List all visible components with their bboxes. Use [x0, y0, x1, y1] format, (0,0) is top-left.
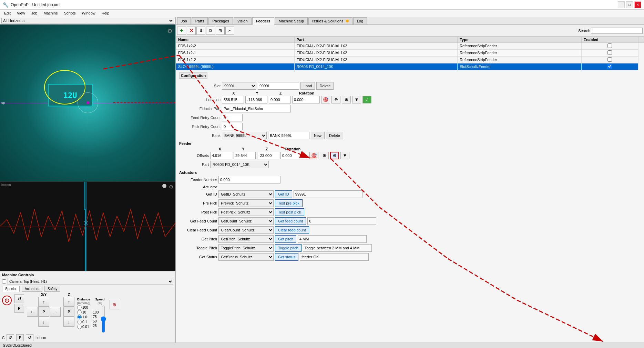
menu-window[interactable]: Window — [79, 10, 98, 16]
camera-top-gear[interactable]: ⚙ — [167, 27, 173, 35]
cell-enabled[interactable] — [581, 42, 638, 49]
feeder-slot-select[interactable]: 9999L — [222, 82, 256, 90]
refresh-button[interactable]: ↺ — [14, 294, 24, 303]
menu-machine[interactable]: Machine — [41, 10, 61, 16]
get-feed-count-select[interactable]: GetCount_Schultz — [218, 217, 274, 225]
location-z[interactable] — [269, 96, 291, 103]
feed-retry-input[interactable] — [222, 114, 243, 121]
location-y[interactable] — [245, 96, 267, 103]
ctrl-refresh-btn[interactable]: ↺ — [7, 334, 14, 341]
pick-retry-input[interactable] — [222, 123, 243, 130]
remove-feeder-button[interactable]: ✕ — [187, 27, 196, 35]
pre-pick-select[interactable]: PrePick_Schultz — [218, 199, 274, 207]
view-dropdown[interactable]: All Horizontal — [1, 18, 174, 23]
toggle-pitch-select[interactable]: TogglePitch_Schultz — [218, 244, 274, 252]
feeder-slot-input[interactable] — [258, 82, 299, 90]
table-row-selected[interactable]: SLOT-9999L (9999L) R0603-FD_0014_10K Slo… — [176, 63, 644, 70]
get-status-button[interactable]: Get status — [275, 253, 298, 261]
tab-actuators[interactable]: Actuators — [22, 286, 42, 292]
get-pitch-button[interactable]: Get pitch — [275, 235, 296, 243]
power-button[interactable]: ⏻ — [2, 296, 12, 305]
z-up-button[interactable]: ↑ — [63, 297, 74, 307]
toggle-pitch-button[interactable]: Toggle pitch — [275, 244, 301, 252]
bank-delete-button[interactable]: Delete — [326, 132, 343, 139]
location-crosshair-btn[interactable]: ⊕ — [342, 96, 351, 103]
cell-enabled[interactable] — [581, 56, 638, 63]
tab-issues[interactable]: Issues & Solutions — [308, 17, 352, 24]
bank-select[interactable]: BANK-9999L — [222, 132, 267, 139]
maximize-button[interactable]: □ — [626, 1, 633, 8]
tab-special[interactable]: Special — [2, 286, 20, 292]
tab-parts[interactable]: Parts — [192, 17, 208, 24]
enabled-checkbox[interactable] — [607, 50, 612, 55]
menu-view[interactable]: View — [14, 10, 28, 16]
target-button[interactable]: ⊕ — [110, 300, 119, 309]
location-target-btn[interactable]: ⊕ — [331, 96, 340, 103]
get-id-button[interactable]: Get ID — [275, 190, 292, 198]
tab-safety[interactable]: Safety — [44, 286, 60, 292]
dist-100[interactable] — [77, 305, 82, 310]
clear-feed-count-select[interactable]: ClearCount_Schultz — [218, 226, 274, 234]
bank-new-button[interactable]: New — [311, 132, 325, 139]
cell-enabled[interactable] — [581, 49, 638, 56]
tab-job[interactable]: Job — [177, 17, 191, 24]
location-ok-btn[interactable]: ✓ — [362, 96, 371, 103]
menu-help[interactable]: Help — [99, 10, 112, 16]
tab-log[interactable]: Log — [353, 17, 367, 24]
camera-bottom-gear[interactable]: ⚙ — [169, 184, 173, 190]
location-rotation[interactable] — [292, 96, 320, 103]
import-button[interactable]: ⬇ — [196, 27, 205, 35]
menu-job[interactable]: Job — [29, 10, 40, 16]
ctrl-refresh2-btn[interactable]: ↺ — [26, 334, 33, 341]
dist-01[interactable] — [77, 320, 82, 324]
delete-button[interactable]: Delete — [316, 82, 334, 90]
down-button[interactable]: ↓ — [38, 317, 49, 327]
ctrl-p-bottom[interactable]: P — [16, 334, 24, 341]
xy-p-button[interactable]: P — [38, 307, 49, 317]
location-filter-btn[interactable]: ▼ — [352, 96, 361, 103]
offset-rotation[interactable] — [280, 152, 308, 159]
bank-input[interactable] — [268, 132, 309, 139]
tab-feeders[interactable]: Feeders — [252, 17, 274, 25]
post-pick-select[interactable]: PostPick_Schultz — [218, 208, 274, 216]
dist-10[interactable] — [77, 310, 82, 315]
speed-slider[interactable] — [100, 305, 107, 333]
feeder-number-input[interactable] — [218, 176, 280, 183]
search-input[interactable] — [591, 28, 643, 34]
right-button[interactable]: → — [50, 307, 61, 317]
offset-filter-btn[interactable]: ▼ — [340, 152, 349, 159]
get-status-select[interactable]: GetStatus_Schultz — [218, 253, 274, 261]
tab-vision[interactable]: Vision — [234, 17, 252, 24]
location-x[interactable] — [222, 96, 244, 103]
dist-001[interactable] — [77, 325, 82, 329]
table-row[interactable]: FD6-1x2-2 FIDUCIAL-1X2-FIDUCIAL1X2 Refer… — [176, 56, 644, 63]
cell-enabled[interactable] — [581, 63, 638, 70]
p-button-left[interactable]: P — [14, 304, 24, 313]
location-camera-btn[interactable]: 🎯 — [321, 96, 330, 103]
z-p-button[interactable]: P — [63, 307, 74, 317]
camera-checkbox[interactable] — [2, 279, 6, 284]
get-pitch-select[interactable]: GetPitch_Schultz — [218, 235, 274, 243]
get-id-select[interactable]: GetID_Schultz — [218, 190, 274, 198]
enabled-checkbox[interactable] — [607, 57, 612, 62]
pre-pick-button[interactable]: Test pre pick — [275, 199, 303, 207]
add-feeder-button[interactable]: + — [177, 27, 186, 35]
offset-target-btn[interactable]: ⊕ — [320, 152, 329, 159]
minimize-button[interactable]: – — [618, 1, 625, 8]
table-row[interactable]: FD5-1x2-2 FIDUCIAL-1X2-FIDUCIAL1X2 Refer… — [176, 42, 644, 49]
menu-edit[interactable]: Edit — [1, 10, 13, 16]
offset-camera-btn[interactable]: 🎯 — [309, 152, 318, 159]
tab-packages[interactable]: Packages — [208, 17, 233, 24]
dist-1[interactable] — [77, 315, 82, 319]
enabled-checkbox[interactable] — [607, 43, 612, 48]
offset-crosshair-btn[interactable]: ⊕ — [330, 152, 339, 159]
up-button[interactable]: ↑ — [38, 297, 49, 307]
part-select[interactable]: R0603-FD_0014_10K — [210, 161, 269, 168]
fiducial-part-input[interactable] — [222, 105, 291, 112]
cut-button[interactable]: ✂ — [225, 27, 234, 35]
clear-feed-count-button[interactable]: Clear feed count — [275, 226, 309, 234]
get-feed-count-button[interactable]: Get feed count — [275, 217, 306, 225]
camera-select[interactable]: Camera: Top (Head: H1) — [8, 278, 173, 285]
z-down-button[interactable]: ↓ — [63, 317, 74, 327]
table-row[interactable]: FD6-1x2-1 FIDUCIAL-1X2-FIDUCIAL1X2 Refer… — [176, 49, 644, 56]
